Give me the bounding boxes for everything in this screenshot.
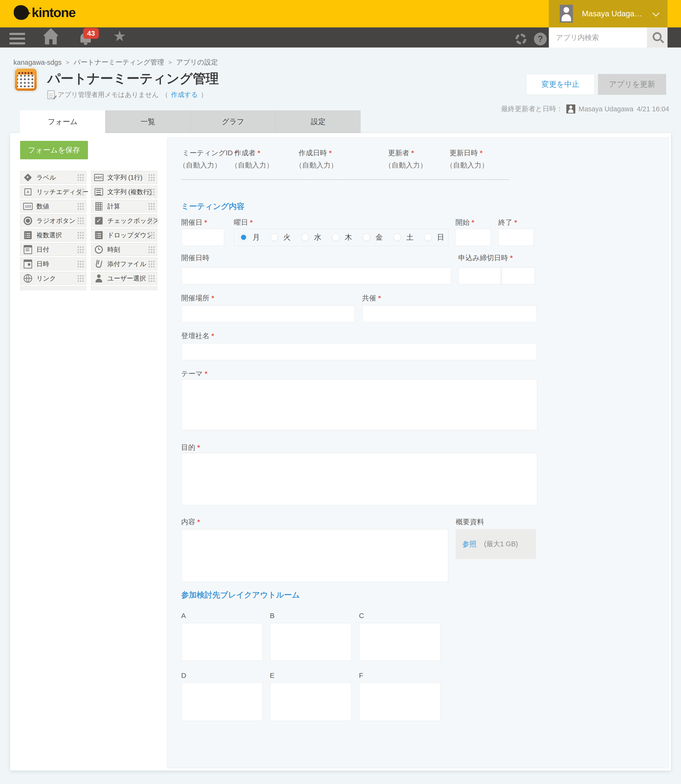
drag-handle-icon[interactable] [77, 231, 84, 239]
drag-handle-icon[interactable] [77, 246, 84, 253]
drag-handle-icon[interactable] [148, 202, 155, 210]
user-menu[interactable]: Masaya Udaga… [549, 0, 668, 27]
weekday-radio-sun[interactable]: 日 [424, 232, 444, 242]
room-f-textarea[interactable] [359, 682, 441, 721]
palette-item-single-line-text[interactable]: ABC 文字列 (1行) [91, 171, 157, 184]
palette-item-multi-line-text[interactable]: 文字列 (複数行) [91, 185, 157, 198]
drag-handle-icon[interactable] [77, 202, 84, 210]
weekday-radio-mon[interactable]: 月 [240, 232, 260, 242]
theme-textarea[interactable] [181, 379, 537, 430]
drag-handle-icon[interactable] [148, 260, 155, 268]
palette-item-datetime[interactable]: 日時 [20, 258, 86, 270]
field-label-created-by: 作成者* [234, 148, 260, 158]
palette-item-label[interactable]: ラベル [20, 171, 86, 184]
settings-gear-icon[interactable] [515, 33, 526, 44]
app-search-input[interactable] [549, 27, 647, 47]
palette-item-attachment[interactable]: 添付ファイル [91, 258, 157, 270]
palette-item-checkbox[interactable]: ✓ チェックボックス [91, 214, 157, 227]
summary-doc-attachment-box: 参照 (最大1 GB) [456, 529, 536, 559]
drag-handle-icon[interactable] [77, 260, 84, 268]
save-form-button[interactable]: フォームを保存 [20, 141, 88, 159]
create-memo-link[interactable]: 作成する [171, 90, 198, 99]
palette-item-time[interactable]: 時刻 [91, 243, 157, 256]
room-d-textarea[interactable] [181, 682, 263, 721]
weekday-radio-wed[interactable]: 水 [301, 232, 321, 242]
drag-handle-icon[interactable] [148, 188, 155, 196]
weekday-radio-thu[interactable]: 木 [332, 232, 352, 242]
drag-handle-icon[interactable] [148, 174, 155, 181]
drag-handle-icon[interactable] [148, 231, 155, 239]
user-avatar-icon [560, 5, 573, 23]
auto-input-value: （自動入力） [385, 161, 427, 170]
palette-item-radio[interactable]: ラジオボタン [20, 214, 86, 227]
tab-graph[interactable]: グラフ [190, 111, 276, 133]
cancel-changes-button[interactable]: 変更を中止 [526, 74, 595, 95]
drag-handle-icon[interactable] [148, 246, 155, 253]
home-icon[interactable] [43, 31, 59, 44]
browse-file-link[interactable]: 参照 [462, 539, 477, 549]
palette-item-multi-select[interactable]: 複数選択 [20, 229, 86, 242]
memo-icon [47, 90, 55, 99]
time-icon [94, 245, 104, 254]
weekday-radio-tue[interactable]: 火 [271, 232, 291, 242]
radio-button-icon [23, 216, 33, 226]
auto-input-value: （自動入力） [231, 161, 273, 170]
drag-handle-icon[interactable] [77, 174, 84, 181]
palette-item-link[interactable]: リンク [20, 272, 86, 285]
palette-item-dropdown[interactable]: ドロップダウン [91, 229, 157, 242]
divider [181, 179, 508, 180]
notification-count-badge: 43 [83, 28, 99, 39]
drag-handle-icon[interactable] [148, 217, 155, 224]
room-e-textarea[interactable] [270, 682, 352, 721]
event-datetime-input[interactable] [181, 267, 451, 285]
tab-form[interactable]: フォーム [20, 111, 105, 133]
auto-input-value: （自動入力） [446, 161, 489, 170]
help-icon[interactable]: ? [534, 33, 547, 45]
favorites-star-icon[interactable]: ★ [113, 29, 126, 43]
menu-icon[interactable] [10, 30, 25, 47]
palette-item-calc[interactable]: 計算 [91, 200, 157, 213]
palette-item-user-select[interactable]: ユーザー選択 [91, 272, 157, 285]
last-updated-user[interactable]: Masaya Udagawa [579, 105, 633, 113]
palette-item-rich-editor[interactable]: A リッチエディター [20, 185, 86, 198]
field-label-end-time: 終了* [498, 218, 517, 228]
cohost-input[interactable] [362, 305, 537, 322]
field-label-meeting-id: ミーティングID* [182, 148, 238, 158]
speaker-company-input[interactable] [181, 343, 537, 360]
weekday-radio-fri[interactable]: 金 [363, 232, 383, 242]
field-label-summary-doc: 概要資料 [456, 517, 484, 527]
drag-handle-icon[interactable] [148, 275, 155, 282]
tab-settings[interactable]: 設定 [276, 111, 361, 133]
weekday-radio-sat[interactable]: 土 [393, 232, 413, 242]
field-label-room-c: C [359, 612, 364, 620]
venue-input[interactable] [181, 305, 355, 322]
end-time-input[interactable] [498, 229, 534, 246]
palette-item-number[interactable]: 123 数値 [20, 200, 86, 213]
radio-icon [424, 234, 432, 241]
content-textarea[interactable] [181, 529, 448, 582]
drag-handle-icon[interactable] [77, 275, 84, 282]
palette-item-date[interactable]: 日付 [20, 243, 86, 256]
multi-line-text-icon [94, 187, 104, 197]
breadcrumb-app[interactable]: パートナーミーティング管理 [74, 58, 164, 67]
palette-item-clipped[interactable] [91, 286, 157, 291]
multi-select-icon [23, 231, 33, 240]
start-time-input[interactable] [455, 229, 491, 246]
drag-handle-icon[interactable] [77, 217, 84, 224]
search-button[interactable] [647, 27, 668, 47]
kintone-app-settings-page: kintone Masaya Udaga… 43 ★ ? kanagawa-sd… [0, 0, 681, 784]
room-b-textarea[interactable] [270, 623, 352, 661]
palette-item-clipped[interactable] [20, 286, 86, 291]
purpose-textarea[interactable] [181, 453, 537, 505]
room-a-textarea[interactable] [181, 623, 263, 661]
search-icon [652, 32, 662, 41]
deadline-time-input[interactable] [502, 267, 535, 285]
event-date-input[interactable] [181, 229, 224, 246]
tab-list[interactable]: 一覧 [105, 111, 190, 133]
drag-handle-icon[interactable] [77, 188, 84, 196]
update-app-button[interactable]: アプリを更新 [598, 74, 666, 95]
breadcrumb-space[interactable]: kanagawa-sdgs [13, 58, 62, 66]
deadline-date-input[interactable] [458, 267, 501, 285]
kintone-logo[interactable]: kintone [14, 5, 75, 20]
room-c-textarea[interactable] [359, 623, 441, 661]
